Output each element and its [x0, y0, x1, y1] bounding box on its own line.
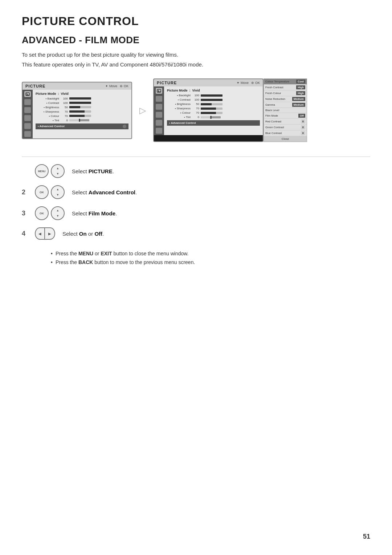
screen-2: PICTURE ✦ Move ⊛ OK — [153, 78, 264, 142]
svg-point-27 — [159, 106, 160, 108]
panel-fresh-colour: Fresh Colour High — [264, 90, 307, 96]
svg-marker-22 — [157, 91, 161, 92]
screen-2-nav: ✦ Move ⊛ OK — [237, 81, 260, 85]
panel-black-level: Black Level — [264, 108, 307, 113]
setting-contrast-1: • Contrast 100 — [36, 101, 128, 105]
description-1: To set the product up for the best pictu… — [22, 52, 370, 58]
screen-2-header: PICTURE ✦ Move ⊛ OK — [154, 79, 263, 86]
setting-backlight-1: • Backlight 100 — [36, 97, 128, 100]
screen-2-mode: Picture Mode : Vivid — [167, 89, 260, 92]
step-3-text: Select Film Mode. — [72, 210, 117, 216]
svg-line-30 — [159, 115, 160, 116]
setting-tint-1: • Tint 0 — [36, 119, 128, 122]
panel-red-contrast: Red Contrast 0 — [264, 119, 307, 125]
nav-arrows-icon-1: ▲ ▼ — [51, 164, 65, 178]
icon-screen-2 — [156, 96, 162, 102]
setting-brightness-1: • Brightness 50 — [36, 106, 128, 109]
panel-fresh-contrast: Fresh Contrast High — [264, 85, 307, 90]
svg-rect-11 — [26, 124, 27, 126]
screen-1-icons — [23, 90, 33, 138]
step-4: 4 ◀ ▶ Select On or Off. — [22, 227, 370, 240]
step-2-number: 2 — [22, 189, 28, 196]
step-2-icons: OK ▲ ▼ — [35, 185, 65, 199]
screen-2-content: Picture Mode : Vivid • Backlight 100 • C… — [164, 86, 263, 135]
step-1-icons: MENU ▲ ▼ — [35, 164, 65, 178]
screen-1-header: PICTURE ✦ Move ⊛ OK — [23, 82, 131, 90]
icon-screen — [24, 99, 31, 105]
screen-1: PICTURE ✦ Move ⊛ OK — [22, 82, 132, 139]
screen-1-title: PICTURE — [25, 84, 45, 88]
panel-noise-reduction: Noise Reduction Medium — [264, 96, 307, 102]
note-2: • Press the BACK button to move to the p… — [51, 259, 370, 265]
step-3: 3 OK ▲ ▼ Select Film Mode. — [22, 206, 370, 220]
steps-container: MENU ▲ ▼ Select PICTURE. 2 OK ▲ ▼ Select… — [22, 164, 370, 240]
screen-2-title: PICTURE — [157, 81, 177, 85]
nav-arrows-icon-3: ▲ ▼ — [51, 206, 65, 220]
screen-2-with-panel: PICTURE ✦ Move ⊛ OK — [153, 78, 307, 142]
page-number: 51 — [363, 533, 370, 540]
screens-container: PICTURE ✦ Move ⊛ OK — [22, 78, 370, 142]
screen-2-icons — [154, 86, 164, 135]
icon-clock — [24, 115, 31, 121]
left-button-icon: ◀ — [35, 227, 45, 240]
icon-settings-2 — [156, 128, 162, 134]
close-button[interactable]: Close — [264, 136, 307, 142]
setting-colour-2: • Colour 70 — [167, 111, 260, 114]
svg-point-35 — [158, 130, 160, 131]
arrow-right: ▷ — [139, 105, 146, 116]
svg-rect-13 — [26, 126, 27, 128]
notes-section: • Press the MENU or EXIT button to close… — [22, 251, 370, 265]
setting-contrast-2: • Contrast 100 — [167, 98, 260, 101]
svg-rect-12 — [28, 124, 29, 126]
screen-1-content: Picture Mode : Vivid • Backlight 100 • C… — [33, 90, 131, 138]
side-panel: Colour Temperature Cool Fresh Contrast H… — [264, 78, 307, 142]
panel-colour-temperature: Colour Temperature Cool — [264, 79, 307, 85]
icon-clock-2 — [156, 112, 162, 118]
panel-film-mode: Film Mode Off — [264, 113, 307, 119]
step-3-icons: OK ▲ ▼ — [35, 206, 65, 220]
step-4-number: 4 — [22, 230, 28, 238]
icon-grid-2 — [156, 120, 162, 126]
step-2: 2 OK ▲ ▼ Select Advanced Control. — [22, 185, 370, 199]
step-4-icons: ◀ ▶ — [35, 227, 55, 240]
divider — [22, 157, 370, 157]
setting-colour-1: • Colour 70 — [36, 114, 128, 118]
svg-rect-14 — [28, 126, 29, 128]
step-1-text: Select PICTURE. — [72, 168, 114, 174]
step-3-number: 3 — [22, 210, 28, 217]
svg-rect-31 — [157, 121, 159, 122]
menu-button-icon: MENU — [35, 164, 49, 178]
setting-sharpness-1: • Sharpness 70 — [36, 110, 128, 113]
advanced-control-2: • Advanced Control — [167, 120, 260, 126]
icon-picture-2 — [156, 88, 162, 94]
ok-button-icon-2: OK — [35, 185, 49, 199]
panel-blue-contrast: Blue Contrast 0 — [264, 130, 307, 136]
svg-rect-3 — [26, 101, 29, 103]
note-1: • Press the MENU or EXIT button to close… — [51, 251, 370, 256]
description-2: This feature operates only in TV, AV and… — [22, 61, 370, 68]
lr-buttons-icon: ◀ ▶ — [35, 227, 55, 240]
right-button-icon: ▶ — [45, 227, 55, 240]
icon-picture — [24, 91, 31, 97]
page-title: PICTURE CONTROL — [22, 15, 370, 28]
svg-point-21 — [158, 90, 159, 91]
screen-1-nav: ✦ Move ⊛ OK — [105, 84, 128, 88]
panel-green-contrast: Green Contrast 0 — [264, 125, 307, 130]
icon-grid — [24, 123, 31, 129]
step-1: MENU ▲ ▼ Select PICTURE. — [22, 164, 370, 178]
svg-marker-2 — [26, 94, 29, 96]
setting-brightness-2: • Brightness 50 — [167, 102, 260, 106]
svg-rect-32 — [159, 121, 161, 122]
svg-point-1 — [26, 93, 27, 94]
svg-line-10 — [28, 118, 28, 119]
panel-gamma: Gamma Medium — [264, 102, 307, 108]
svg-rect-23 — [157, 97, 161, 100]
icon-sound — [24, 107, 31, 113]
section-title: ADVANCED - FILM MODE — [22, 35, 370, 46]
setting-sharpness-2: • Sharpness 70 — [167, 107, 260, 110]
svg-rect-33 — [157, 123, 159, 125]
setting-backlight-2: • Backlight 100 — [167, 94, 260, 97]
step-2-text: Select Advanced Control. — [72, 189, 137, 195]
svg-point-15 — [27, 133, 28, 135]
advanced-control-1: • Advanced Control — [36, 123, 128, 129]
